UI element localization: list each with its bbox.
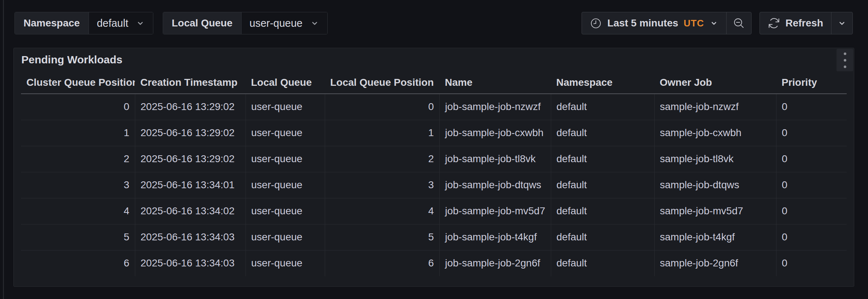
cell-name: job-sample-job-tl8vk xyxy=(439,146,551,172)
cell-local-queue-position: 5 xyxy=(325,224,439,250)
cell-name: job-sample-job-2gn6f xyxy=(439,250,551,276)
timezone-label: UTC xyxy=(684,18,704,29)
cell-owner-job: sample-job-2gn6f xyxy=(654,250,776,276)
zoom-out-button[interactable] xyxy=(727,12,751,34)
column-header-owner-job[interactable]: Owner Job xyxy=(654,71,776,94)
toolbar-right: Last 5 minutes UTC Refresh xyxy=(582,12,853,34)
cell-namespace: default xyxy=(551,250,654,276)
refresh-interval-dropdown[interactable] xyxy=(831,12,852,34)
kebab-dot xyxy=(844,59,846,62)
chevron-down-icon xyxy=(710,19,718,28)
refresh-button[interactable]: Refresh xyxy=(760,12,831,34)
cell-local-queue-position: 3 xyxy=(325,172,439,198)
cell-creation-timestamp: 2025-06-16 13:34:01 xyxy=(135,172,246,198)
table-row: 52025-06-16 13:34:03user-queue5job-sampl… xyxy=(21,224,847,250)
kebab-dot xyxy=(844,66,846,68)
refresh-label: Refresh xyxy=(786,17,823,29)
column-header-creation-timestamp[interactable]: Creation Timestamp xyxy=(135,71,246,94)
cell-cluster-queue-position: 6 xyxy=(21,250,135,276)
cell-local-queue-position: 6 xyxy=(325,250,439,276)
cell-local-queue: user-queue xyxy=(246,224,325,250)
cell-name: job-sample-job-t4kgf xyxy=(439,224,551,250)
cell-creation-timestamp: 2025-06-16 13:29:02 xyxy=(135,146,246,172)
cell-namespace: default xyxy=(551,172,654,198)
cell-owner-job: sample-job-tl8vk xyxy=(654,146,776,172)
variable-namespace-value: default xyxy=(97,17,128,29)
clock-icon xyxy=(590,17,602,29)
cell-owner-job: sample-job-nzwzf xyxy=(654,94,776,120)
chevron-down-icon xyxy=(837,18,847,28)
cell-priority: 0 xyxy=(776,198,847,224)
cell-local-queue: user-queue xyxy=(246,120,325,146)
cell-owner-job: sample-job-cxwbh xyxy=(654,120,776,146)
variable-namespace-label: Namespace xyxy=(15,12,89,34)
cell-cluster-queue-position: 4 xyxy=(21,198,135,224)
cell-creation-timestamp: 2025-06-16 13:34:03 xyxy=(135,250,246,276)
cell-local-queue: user-queue xyxy=(246,172,325,198)
cell-owner-job: sample-job-t4kgf xyxy=(654,224,776,250)
cell-creation-timestamp: 2025-06-16 13:29:02 xyxy=(135,94,246,120)
cell-namespace: default xyxy=(551,224,654,250)
cell-priority: 0 xyxy=(776,250,847,276)
cell-priority: 0 xyxy=(776,172,847,198)
cell-local-queue: user-queue xyxy=(246,94,325,120)
time-range-picker[interactable]: Last 5 minutes UTC xyxy=(582,12,726,34)
cell-local-queue: user-queue xyxy=(246,198,325,224)
column-header-local-queue[interactable]: Local Queue xyxy=(246,71,325,94)
cell-priority: 0 xyxy=(776,224,847,250)
cell-owner-job: sample-job-mv5d7 xyxy=(654,198,776,224)
table-row: 62025-06-16 13:34:03user-queue6job-sampl… xyxy=(21,250,847,276)
cell-priority: 0 xyxy=(776,120,847,146)
cell-local-queue: user-queue xyxy=(246,250,325,276)
variable-local-queue-value: user-queue xyxy=(250,17,303,29)
cell-cluster-queue-position: 3 xyxy=(21,172,135,198)
cell-namespace: default xyxy=(551,146,654,172)
cell-local-queue-position: 1 xyxy=(325,120,439,146)
column-header-priority[interactable]: Priority xyxy=(776,71,847,94)
cell-namespace: default xyxy=(551,198,654,224)
panel-header: Pending Workloads xyxy=(14,48,854,71)
cell-local-queue: user-queue xyxy=(246,146,325,172)
variable-local-queue: Local Queue user-queue xyxy=(163,12,328,34)
panel-title[interactable]: Pending Workloads xyxy=(21,54,122,66)
refresh-icon xyxy=(768,17,780,29)
chevron-down-icon xyxy=(310,18,319,28)
cell-priority: 0 xyxy=(776,146,847,172)
column-header-name[interactable]: Name xyxy=(439,71,551,94)
column-header-cluster-queue-position[interactable]: Cluster Queue Position xyxy=(21,71,135,94)
cell-name: job-sample-job-cxwbh xyxy=(439,120,551,146)
cell-cluster-queue-position: 2 xyxy=(21,146,135,172)
cell-cluster-queue-position: 0 xyxy=(21,94,135,120)
panel-menu-button[interactable] xyxy=(837,49,853,71)
cell-creation-timestamp: 2025-06-16 13:34:03 xyxy=(135,224,246,250)
refresh-controls: Refresh xyxy=(760,12,853,34)
cell-name: job-sample-job-nzwzf xyxy=(439,94,551,120)
cell-cluster-queue-position: 5 xyxy=(21,224,135,250)
cell-name: job-sample-job-mv5d7 xyxy=(439,198,551,224)
table-header-row: Cluster Queue PositionCreation Timestamp… xyxy=(21,71,847,94)
table-row: 32025-06-16 13:34:01user-queue3job-sampl… xyxy=(21,172,847,198)
cell-cluster-queue-position: 1 xyxy=(21,120,135,146)
table-row: 22025-06-16 13:29:02user-queue2job-sampl… xyxy=(21,146,847,172)
workloads-table: Cluster Queue PositionCreation Timestamp… xyxy=(14,71,854,276)
kebab-dot xyxy=(844,52,846,55)
variable-namespace: Namespace default xyxy=(14,12,153,34)
cell-name: job-sample-job-dtqws xyxy=(439,172,551,198)
table-row: 02025-06-16 13:29:02user-queue0job-sampl… xyxy=(21,94,847,120)
cell-creation-timestamp: 2025-06-16 13:34:02 xyxy=(135,198,246,224)
chevron-down-icon xyxy=(136,18,145,28)
pending-workloads-panel: Pending Workloads Cluster Queue Position… xyxy=(13,48,854,287)
window-edge xyxy=(3,0,4,299)
cell-namespace: default xyxy=(551,120,654,146)
cell-local-queue-position: 0 xyxy=(325,94,439,120)
cell-priority: 0 xyxy=(776,94,847,120)
cell-local-queue-position: 2 xyxy=(325,146,439,172)
dashboard-toolbar: Namespace default Local Queue user-queue… xyxy=(14,12,853,34)
column-header-local-queue-position[interactable]: Local Queue Position xyxy=(325,71,439,94)
variable-namespace-select[interactable]: default xyxy=(89,12,153,34)
cell-local-queue-position: 4 xyxy=(325,198,439,224)
table-row: 42025-06-16 13:34:02user-queue4job-sampl… xyxy=(21,198,847,224)
cell-creation-timestamp: 2025-06-16 13:29:02 xyxy=(135,120,246,146)
variable-local-queue-select[interactable]: user-queue xyxy=(242,12,327,34)
column-header-namespace[interactable]: Namespace xyxy=(551,71,654,94)
